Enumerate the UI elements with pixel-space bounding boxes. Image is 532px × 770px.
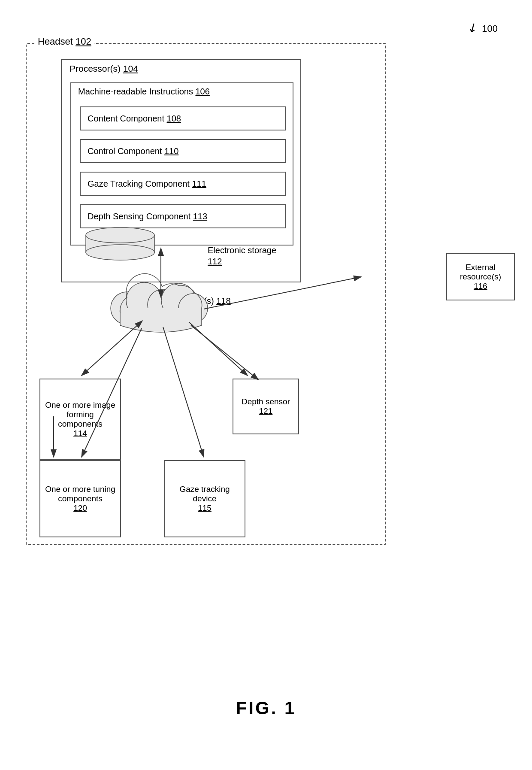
gaze-tracking-device-box: Gaze tracking device 115 xyxy=(164,460,245,537)
depth-sensing-component-box: Depth Sensing Component 113 xyxy=(80,204,286,228)
figure-100-label: ↙ 100 xyxy=(468,21,498,35)
image-forming-text: One or more image forming components 114 xyxy=(44,400,117,438)
depth-sensor-box: Depth sensor 121 xyxy=(233,379,299,434)
content-component-box: Content Component 108 xyxy=(80,106,286,130)
headset-label: Headset 102 xyxy=(35,36,94,47)
fig-label: FIG. 1 xyxy=(236,698,296,718)
processor-box: Processor(s) 104 Machine-readable Instru… xyxy=(61,59,301,282)
page-container: ↙ 100 Headset 102 Processor(s) 104 Machi… xyxy=(0,0,532,770)
arrow-100-icon: ↙ xyxy=(465,19,480,36)
network-label: Network(s) 118 xyxy=(172,296,231,306)
gaze-device-text: Gaze tracking device 115 xyxy=(168,485,241,513)
figure-number: 100 xyxy=(482,23,498,34)
external-resource-box: External resource(s) 116 xyxy=(446,253,515,300)
external-resource-text: External resource(s) 116 xyxy=(450,263,511,291)
tuning-text: One or more tuning components 120 xyxy=(44,485,117,513)
tuning-components-box: One or more tuning components 120 xyxy=(39,460,121,537)
mri-label: Machine-readable Instructions 106 xyxy=(78,87,210,97)
image-forming-box: One or more image forming components 114 xyxy=(39,379,121,460)
mri-box: Machine-readable Instructions 106 Conten… xyxy=(70,82,293,246)
control-component-box: Control Component 110 xyxy=(80,139,286,163)
headset-box: Headset 102 Processor(s) 104 Machine-rea… xyxy=(26,43,386,545)
depth-sensor-text: Depth sensor 121 xyxy=(242,397,290,416)
gaze-tracking-component-box: Gaze Tracking Component 111 xyxy=(80,172,286,196)
electronic-storage-label: Electronic storage 112 xyxy=(208,245,276,267)
processor-label: Processor(s) 104 xyxy=(70,64,138,74)
